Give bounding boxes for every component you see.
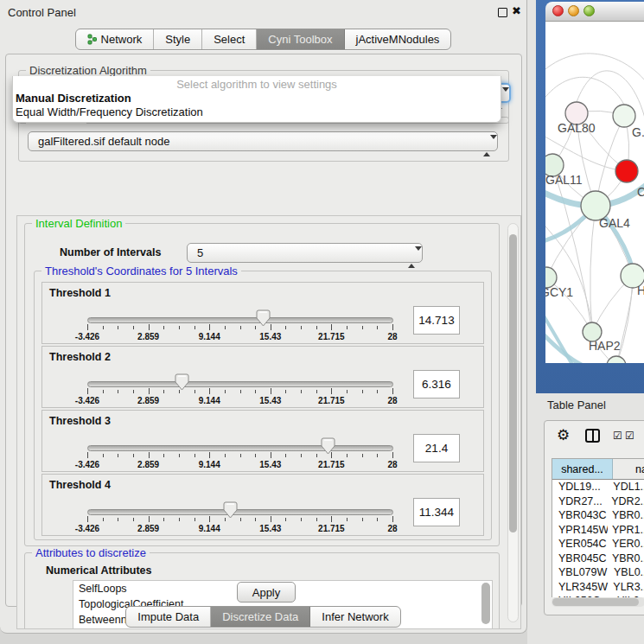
- slider-track[interactable]: [87, 445, 393, 451]
- tab-select[interactable]: Select: [202, 29, 257, 49]
- table-row[interactable]: YPR145WYPR1...: [552, 523, 644, 538]
- tick-label: 15.43: [259, 332, 281, 341]
- tick-label: -3.426: [75, 332, 99, 341]
- float-icon[interactable]: [498, 8, 507, 17]
- tab-label: Cyni Toolbox: [268, 29, 332, 49]
- tick-label: -3.426: [75, 396, 99, 405]
- tab-label: Discretize Data: [222, 607, 298, 627]
- tick-label: 28: [387, 332, 397, 341]
- column-header-name[interactable]: na: [613, 459, 644, 479]
- close-traffic-light-icon[interactable]: [552, 5, 564, 16]
- table-row[interactable]: YBL079WYBL0...: [552, 565, 644, 580]
- network-node-label: G.: [632, 125, 644, 139]
- thresholds-list: Threshold 1-3.4262.8599.14415.4321.71528…: [41, 282, 484, 538]
- tick-label: 2.859: [137, 396, 159, 405]
- cyni-toolbox-panel: Discretization Algorithm Table Data galF…: [5, 54, 522, 607]
- threshold-value-field[interactable]: 11.344: [413, 498, 460, 526]
- settings-scroll-area: Interval Definition Number of Intervals …: [16, 215, 521, 629]
- minimize-traffic-light-icon[interactable]: [568, 5, 579, 16]
- tab-infer-network[interactable]: Infer Network: [310, 607, 399, 627]
- network-node-g-[interactable]: [613, 105, 635, 127]
- network-node[interactable]: [607, 356, 626, 363]
- table-row[interactable]: YBR045CYBR0...: [552, 552, 644, 566]
- settings-scrollbar[interactable]: [507, 223, 519, 622]
- tab-cyni-toolbox[interactable]: Cyni Toolbox: [257, 29, 344, 49]
- network-graph: GAL80G.CGAL11GAL4GCY1HHAP2: [545, 22, 644, 363]
- network-edge: [545, 77, 624, 105]
- number-of-intervals-value: 5: [197, 246, 203, 259]
- slider-ticks: [87, 452, 394, 460]
- tick-label: 21.715: [318, 396, 345, 405]
- tick-label: 15.43: [259, 396, 281, 405]
- table-row[interactable]: YER054CYER0...: [552, 537, 644, 552]
- cell-name: YLR3...: [609, 581, 644, 593]
- cell-shared-name: YDR27...: [552, 495, 607, 507]
- close-icon[interactable]: ✖: [512, 4, 521, 17]
- settings-scrollbar-thumb[interactable]: [509, 234, 517, 532]
- cell-shared-name: YBR045C: [552, 552, 608, 564]
- network-edge: [552, 165, 592, 332]
- threshold-value-field[interactable]: 14.713: [413, 306, 460, 335]
- cell-shared-name: YBR043C: [552, 509, 608, 521]
- cell-name: YDL1...: [609, 481, 644, 493]
- tab-impute-data[interactable]: Impute Data: [126, 607, 211, 627]
- tab-network[interactable]: Network: [76, 29, 155, 49]
- control-panel-window: Control Panel ✖ NetworkStyleSelectCyni T…: [0, 0, 527, 634]
- zoom-traffic-light-icon[interactable]: [583, 5, 595, 16]
- tab-label: Impute Data: [137, 607, 199, 627]
- network-node-c[interactable]: [615, 160, 638, 182]
- table-row[interactable]: YDL19...YDL1...: [552, 480, 644, 494]
- window-title: Control Panel: [8, 6, 76, 19]
- network-node-label: HAP2: [589, 339, 621, 353]
- split-columns-icon[interactable]: [585, 429, 600, 443]
- slider-track[interactable]: [87, 509, 393, 515]
- thresholds-title: Threshold's Coordinates for 5 Intervals: [41, 265, 241, 277]
- network-view-titlebar: [545, 2, 644, 22]
- algorithm-popup-header: Select algorithm to view settings: [13, 76, 501, 92]
- network-edge: [590, 206, 596, 332]
- cell-name: YBL0...: [609, 566, 644, 578]
- threshold-card-1: Threshold 1-3.4262.8599.14415.4321.71528…: [41, 282, 484, 344]
- number-of-intervals-combo[interactable]: 5: [187, 243, 423, 263]
- network-node-label: GAL80: [558, 121, 596, 135]
- table-row[interactable]: YDR27...YDR2...: [552, 494, 644, 509]
- table-horizontal-scrollbar[interactable]: [552, 597, 644, 607]
- discretization-algorithm-title: Discretization Algorithm: [26, 64, 150, 77]
- slider-track[interactable]: [87, 317, 393, 323]
- threshold-value-field[interactable]: 6.316: [413, 370, 460, 399]
- threshold-label: Threshold 2: [49, 351, 111, 363]
- node-table[interactable]: shared...naYDL19...YDL1...YDR27...YDR2..…: [552, 458, 644, 597]
- table-panel-title: Table Panel: [547, 399, 606, 411]
- slider-ticks: [87, 388, 394, 396]
- tab-discretize-data[interactable]: Discretize Data: [211, 607, 310, 627]
- threshold-card-3: Threshold 3-3.4262.8599.14415.4321.71528…: [41, 410, 484, 472]
- tab-jactivemnodules[interactable]: jActiveMNodules: [345, 29, 451, 49]
- gear-icon[interactable]: ⚙: [557, 426, 570, 443]
- cell-shared-name: YER054C: [552, 538, 608, 550]
- tab-style[interactable]: Style: [154, 29, 202, 49]
- checkbox-icon[interactable]: ☑: [625, 430, 634, 442]
- cell-shared-name: YBL079W: [552, 566, 609, 578]
- algorithm-option-equal-width[interactable]: Equal Width/Frequency Discretization: [13, 105, 501, 119]
- algorithm-option-manual[interactable]: Manual Discretization: [13, 92, 501, 105]
- network-node-label: GAL4: [599, 216, 630, 230]
- interval-definition-title: Interval Definition: [32, 217, 125, 230]
- table-row[interactable]: YBR043CYBR0...: [552, 508, 644, 523]
- table-horizontal-scrollbar-thumb[interactable]: [552, 598, 639, 606]
- table-row[interactable]: YLR345WYLR3...: [552, 580, 644, 595]
- tab-label: Select: [214, 29, 245, 49]
- threshold-card-4: Threshold 4-3.4262.8599.14415.4321.71528…: [41, 474, 484, 536]
- column-header-shared-name[interactable]: shared...: [552, 459, 613, 479]
- network-node-label: C: [637, 185, 644, 199]
- slider-track[interactable]: [87, 381, 393, 387]
- table-data-combo[interactable]: galFiltered.sif default node: [28, 131, 498, 151]
- table-data-section: Table Data galFiltered.sif default node: [18, 117, 509, 162]
- threshold-value-field[interactable]: 21.4: [413, 434, 460, 462]
- apply-button[interactable]: Apply: [237, 582, 296, 603]
- network-node-label: GAL11: [545, 173, 583, 187]
- slider-ticks: [87, 516, 394, 524]
- checkbox-icon[interactable]: ☑: [613, 430, 622, 442]
- threshold-label: Threshold 4: [49, 479, 111, 491]
- top-tab-bar: NetworkStyleSelectCyni ToolboxjActiveMNo…: [0, 29, 526, 50]
- network-canvas[interactable]: GAL80G.CGAL11GAL4GCY1HHAP2: [545, 22, 644, 363]
